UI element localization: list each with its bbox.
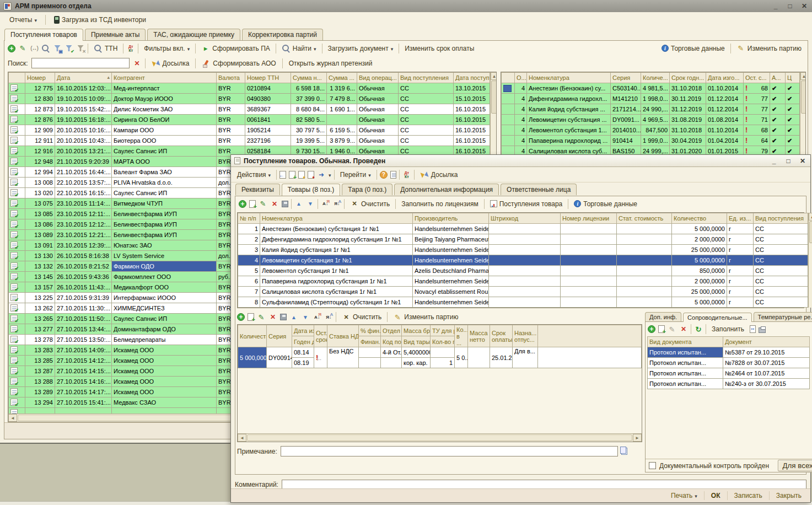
column-header[interactable]: Дата изг. <box>292 325 314 336</box>
table-cell[interactable]: 01.08.2014 <box>706 115 744 125</box>
table-cell[interactable]: Калия йодид субстанция ... <box>527 104 611 115</box>
column-header[interactable]: Количество <box>238 325 267 347</box>
table-row[interactable]: 12 77516.10.2015 12:03:...Мед-интерпласт… <box>9 83 490 94</box>
table-cell[interactable] <box>9 293 25 303</box>
save-icon[interactable] <box>280 314 287 320</box>
table-cell[interactable]: СС <box>754 287 808 297</box>
trade-data-button[interactable]: Торговые данные <box>571 198 640 209</box>
table-cell[interactable]: 01.12.2014 <box>706 94 744 104</box>
table-cell[interactable]: Beijing Taiyang Pharmaceut... <box>413 234 489 245</box>
column-header[interactable]: Финан... <box>359 336 381 347</box>
edit-doc-icon[interactable] <box>668 325 676 334</box>
add-icon[interactable] <box>8 45 15 52</box>
modal-minimize-button[interactable] <box>770 157 778 165</box>
table-cell[interactable]: Обычная <box>357 136 399 146</box>
table-cell[interactable] <box>9 240 25 251</box>
scroll-thumb[interactable] <box>809 221 812 243</box>
table-cell[interactable] <box>786 83 800 94</box>
table-cell[interactable]: СС <box>754 224 808 234</box>
table-cell[interactable] <box>9 198 25 209</box>
ttn-search-button[interactable]: ТТН <box>91 42 120 55</box>
table-cell[interactable]: Искамед ООО <box>112 356 217 366</box>
table-cell[interactable] <box>9 387 25 397</box>
table-cell[interactable]: №2464 от 10.07.2015 <box>723 368 810 379</box>
tsd-load-button[interactable]: Загрузка из ТСД инвентори <box>50 14 150 25</box>
sort-desc-icon[interactable] <box>332 200 341 208</box>
table-cell[interactable]: 01.04.2014 <box>706 136 744 146</box>
table-cell[interactable]: 13 086 <box>25 219 55 230</box>
table-cell[interactable]: 13 265 <box>25 314 55 324</box>
modal-close-button[interactable] <box>798 157 807 165</box>
table-cell[interactable]: 13 091 <box>25 240 55 251</box>
table-cell[interactable]: Юнатэкс ЗАО <box>112 240 217 251</box>
table-cell[interactable] <box>9 282 25 293</box>
table-cell[interactable]: Саулес Сапнис ИП <box>112 188 217 198</box>
sort-asc-icon[interactable] <box>313 313 321 321</box>
table-cell[interactable]: Handelsunternehmen Seide... <box>413 276 489 287</box>
delete-doc-icon[interactable] <box>679 325 688 334</box>
batch-vat-cell[interactable]: Без НДС <box>327 347 359 368</box>
table-cell[interactable]: Искамед ООО <box>112 377 217 387</box>
table-cell[interactable] <box>617 276 672 287</box>
table-cell[interactable]: г <box>727 245 754 255</box>
table-cell[interactable] <box>561 255 617 266</box>
save-button[interactable]: Записать <box>730 491 767 501</box>
table-cell[interactable] <box>9 261 25 272</box>
table-cell[interactable]: 2014010... <box>611 125 641 136</box>
table-cell[interactable]: 31.12.2019 <box>670 104 706 115</box>
column-header[interactable]: Ц <box>786 73 800 83</box>
table-cell[interactable]: 13 283 <box>25 345 55 356</box>
filter-settings-icon[interactable]: ▣ <box>53 44 62 53</box>
scroll-thumb[interactable] <box>801 80 805 114</box>
table-cell[interactable] <box>561 276 617 287</box>
column-header[interactable]: Серия <box>267 325 292 347</box>
table-row[interactable]: 7Салициловая кислота субстанция 1г №1Nov… <box>238 287 808 297</box>
table-row[interactable]: 6Папаверина гидрохлорид субстанция 1г №1… <box>238 276 808 287</box>
table-cell[interactable]: 0210894 <box>245 83 291 94</box>
table-cell[interactable]: Протокол испытан... <box>648 347 723 358</box>
dosylka-button[interactable]: Досылка <box>149 57 192 69</box>
refresh-icon[interactable] <box>694 325 703 334</box>
post-document-icon[interactable] <box>298 171 305 179</box>
table-cell[interactable]: 6 598 18... <box>291 83 327 94</box>
table-cell[interactable] <box>561 297 617 308</box>
table-cell[interactable]: Обычная <box>357 104 399 115</box>
table-cell[interactable]: Левоментол субстанция 1г №1 <box>260 266 413 276</box>
table-cell[interactable]: Дифенгидрамина гидрохл... <box>527 94 611 104</box>
table-cell[interactable] <box>9 104 25 115</box>
batch-rem-term-cell[interactable]: .. <box>314 347 327 368</box>
table-cell[interactable] <box>561 266 617 276</box>
table-cell[interactable] <box>502 136 515 146</box>
table-cell[interactable]: СС <box>399 104 454 115</box>
table-cell[interactable]: Novacyl etablissement Rou... <box>413 287 489 297</box>
copy-note-icon[interactable] <box>621 448 627 455</box>
table-cell[interactable]: Искамед ООО <box>112 345 217 356</box>
table-cell[interactable]: 13.10.2015 <box>454 83 490 94</box>
sort-asc-icon[interactable] <box>321 200 330 208</box>
batch-gross-cell[interactable]: 5,4000000 <box>402 347 431 358</box>
table-cell[interactable]: 27.10.2015 14:09:... <box>55 345 112 356</box>
table-cell[interactable]: Анестезин (Бензокаин) субстанция 1г №1 <box>260 224 413 234</box>
table-cell[interactable]: СС <box>399 94 454 104</box>
table-cell[interactable] <box>9 335 25 345</box>
table-cell[interactable] <box>617 266 672 276</box>
table-cell[interactable] <box>25 408 55 414</box>
table-cell[interactable]: 21.10.2015 9:20:39 <box>55 157 112 167</box>
scroll-left-arrow[interactable] <box>238 434 246 442</box>
column-header[interactable]: Ост. срок <box>314 325 327 347</box>
table-cell[interactable]: Обычная <box>357 115 399 125</box>
table-cell[interactable]: Биотерра ООО <box>112 136 217 146</box>
table-cell[interactable] <box>489 297 561 308</box>
modal-titlebar[interactable]: Поступление товаров. Обычная. Проведен <box>231 155 810 167</box>
table-cell[interactable]: 12 775 <box>25 83 55 94</box>
tab-additional-info[interactable]: Дополнительная информация <box>394 184 499 195</box>
table-cell[interactable]: 1 999,0... <box>641 136 670 146</box>
table-cell[interactable]: 22.10.2015 16:15:... <box>55 188 112 198</box>
find-button[interactable]: Найти <box>279 42 319 55</box>
move-down-icon[interactable] <box>306 200 315 208</box>
table-cell[interactable] <box>9 314 25 324</box>
table-cell[interactable]: СС <box>754 234 808 245</box>
batch-pct-fin-cell[interactable] <box>359 347 381 358</box>
column-header[interactable]: Годен до <box>292 336 314 347</box>
table-cell[interactable]: 27.10.2015 13:50:... <box>55 335 112 345</box>
